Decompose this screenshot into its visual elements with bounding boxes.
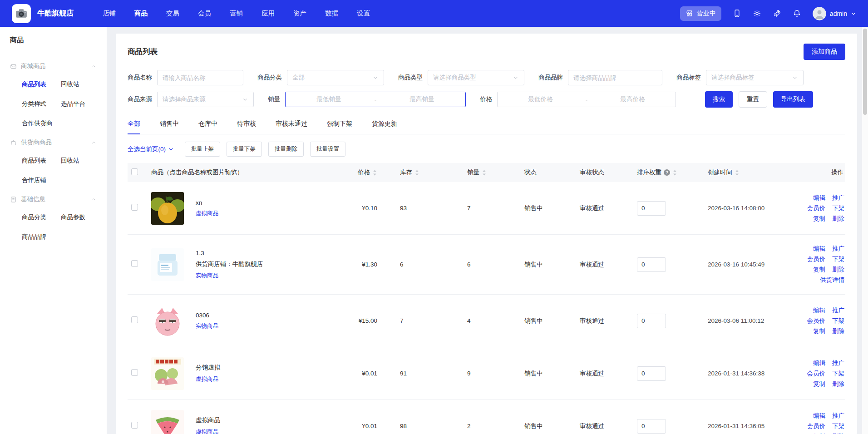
sidebar-item[interactable]: 合作供货商 — [22, 119, 61, 128]
action-link[interactable]: 会员价 — [807, 422, 826, 430]
action-link[interactable]: 推广 — [832, 194, 844, 202]
action-link[interactable]: 编辑 — [813, 412, 825, 420]
action-link[interactable]: 下架 — [832, 370, 844, 378]
product-image-citrus-fruit[interactable] — [151, 192, 184, 225]
sidebar-item[interactable]: 合作店铺 — [22, 176, 61, 184]
add-product-button[interactable]: 添加商品 — [804, 44, 845, 60]
action-link[interactable]: 复制 — [813, 380, 825, 388]
action-link[interactable]: 复制 — [813, 266, 825, 274]
product-image-cartoon-face[interactable] — [151, 305, 184, 337]
tab[interactable]: 审核未通过 — [276, 120, 307, 134]
batch-button[interactable]: 批量设置 — [310, 142, 345, 157]
product-type-link[interactable]: 虚拟商品 — [196, 210, 218, 217]
nav-item[interactable]: 交易 — [166, 9, 179, 18]
sort-weight-input[interactable] — [637, 257, 666, 272]
action-link[interactable]: 删除 — [832, 380, 844, 388]
range-max[interactable]: 最高销量 — [380, 95, 464, 104]
product-type-link[interactable]: 实物商品 — [196, 272, 263, 280]
product-image-cream-jar[interactable] — [151, 248, 184, 281]
action-link[interactable]: 推广 — [832, 359, 844, 367]
sidebar-item[interactable]: 商品列表 — [22, 157, 61, 165]
bell-icon[interactable] — [793, 9, 801, 18]
row-checkbox[interactable] — [131, 369, 138, 376]
chevron-up-icon[interactable] — [91, 64, 97, 69]
type-select[interactable]: 请选择商品类型 — [428, 70, 524, 85]
rocket-icon[interactable] — [773, 9, 781, 18]
nav-item[interactable]: 商品 — [134, 9, 148, 18]
product-name-input[interactable] — [157, 70, 243, 85]
row-checkbox[interactable] — [131, 204, 138, 211]
nav-item[interactable]: 应用 — [261, 9, 275, 18]
scrollbar-thumb[interactable] — [863, 29, 867, 115]
user-menu[interactable]: admin — [813, 7, 856, 20]
supply-detail-link[interactable]: 供货详情 — [820, 276, 844, 284]
mobile-icon[interactable] — [733, 9, 741, 18]
select-all-checkbox[interactable] — [131, 168, 138, 175]
sidebar-item[interactable]: 选品平台 — [61, 100, 97, 108]
sales-range[interactable]: 最低销量 - 最高销量 — [285, 92, 466, 107]
action-link[interactable]: 删除 — [832, 266, 844, 274]
sort-weight-input[interactable] — [637, 201, 666, 216]
category-select[interactable]: 全部 — [287, 70, 384, 85]
nav-item[interactable]: 营销 — [230, 9, 243, 18]
row-checkbox[interactable] — [131, 422, 138, 429]
source-select[interactable]: 请选择商品来源 — [157, 92, 254, 107]
sort-icon[interactable] — [482, 169, 487, 176]
action-link[interactable]: 删除 — [832, 327, 844, 335]
action-link[interactable]: 下架 — [832, 317, 844, 325]
chevron-up-icon[interactable] — [91, 197, 97, 202]
action-link[interactable]: 删除 — [832, 215, 844, 223]
store-status-badge[interactable]: 营业中 — [680, 6, 721, 21]
sidebar-item[interactable]: 回收站 — [61, 80, 97, 89]
action-link[interactable]: 推广 — [832, 412, 844, 420]
page-scrollbar[interactable] — [862, 27, 868, 434]
nav-item[interactable]: 资产 — [293, 9, 306, 18]
tab[interactable]: 仓库中 — [198, 120, 217, 134]
sidebar-item[interactable]: 商品参数 — [61, 213, 97, 222]
tag-select[interactable]: 请选择商品标签 — [706, 70, 804, 85]
sort-weight-input[interactable] — [637, 419, 666, 434]
sort-weight-input[interactable] — [637, 314, 666, 328]
action-link[interactable]: 复制 — [813, 433, 825, 434]
action-link[interactable]: 复制 — [813, 327, 825, 335]
nav-item[interactable]: 设置 — [357, 9, 370, 18]
reset-button[interactable]: 重置 — [739, 91, 767, 108]
action-link[interactable]: 下架 — [832, 255, 844, 263]
sidebar-item[interactable]: 商品列表 — [22, 80, 61, 89]
row-checkbox[interactable] — [131, 260, 138, 267]
product-name-link[interactable]: 虚拟商品 — [196, 416, 220, 424]
nav-item[interactable]: 店铺 — [103, 9, 116, 18]
action-link[interactable]: 下架 — [832, 422, 844, 430]
brand-input[interactable] — [568, 70, 662, 85]
price-range[interactable]: 最低价格 - 最高价格 — [497, 92, 676, 107]
action-link[interactable]: 下架 — [832, 204, 844, 212]
batch-button[interactable]: 批量上架 — [185, 142, 220, 157]
sort-icon[interactable] — [672, 169, 677, 176]
action-link[interactable]: 推广 — [832, 245, 844, 253]
nav-item[interactable]: 数据 — [325, 9, 338, 18]
row-checkbox[interactable] — [131, 316, 138, 323]
sidebar-group-header[interactable]: 商城商品 — [10, 62, 97, 70]
export-list-button[interactable]: 导出列表 — [773, 91, 813, 108]
sort-icon[interactable] — [735, 169, 740, 176]
select-all-link[interactable]: 全选当前页(0) — [128, 145, 174, 153]
range-min[interactable]: 最低价格 — [499, 95, 582, 104]
sidebar-item[interactable]: 商品分类 — [22, 213, 61, 222]
product-type-link[interactable]: 实物商品 — [196, 322, 218, 330]
sort-icon[interactable] — [414, 169, 419, 176]
product-name-link[interactable]: xn — [196, 199, 218, 206]
sidebar-item[interactable]: 回收站 — [61, 157, 97, 165]
batch-button[interactable]: 批量删除 — [268, 142, 304, 157]
tab[interactable]: 全部 — [128, 120, 140, 134]
sort-weight-input[interactable] — [637, 366, 666, 381]
product-name-link[interactable]: 分销虚拟 — [196, 364, 220, 372]
action-link[interactable]: 会员价 — [807, 204, 826, 212]
product-type-link[interactable]: 虚拟商品 — [196, 428, 220, 434]
product-image-fig-fruit[interactable] — [151, 357, 184, 390]
range-max[interactable]: 最高价格 — [592, 95, 674, 104]
tab[interactable]: 货源更新 — [372, 120, 397, 134]
product-name-link[interactable]: 0306 — [196, 312, 218, 319]
nav-item[interactable]: 会员 — [198, 9, 211, 18]
product-type-link[interactable]: 虚拟商品 — [196, 375, 220, 383]
action-link[interactable]: 编辑 — [813, 194, 825, 202]
